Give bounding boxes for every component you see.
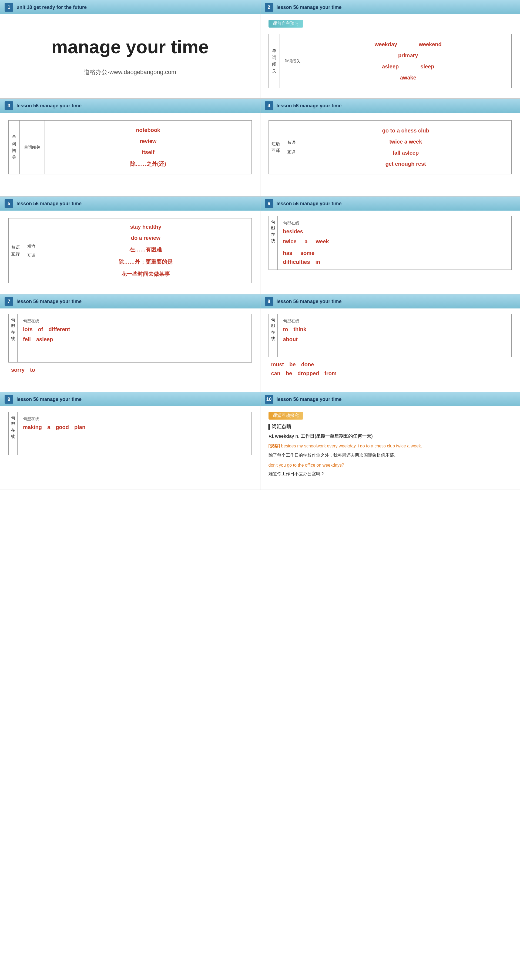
- sp8-to: to: [283, 326, 288, 332]
- sp8-can: can: [271, 371, 281, 377]
- p4-sublabel1: 短语: [287, 140, 295, 145]
- vocab-label-1: 单: [272, 48, 276, 54]
- cell-8-body: 句 型 在 线 句型在线 to think about: [260, 309, 520, 385]
- sp9-a: a: [47, 424, 50, 430]
- sp7-of: of: [38, 326, 43, 332]
- p4-phrase-3: fall asleep: [393, 150, 419, 156]
- sp7-l2: 型: [11, 324, 15, 329]
- cell-1: 1 unit 10 get ready for the future manag…: [0, 0, 260, 99]
- sp7-e-sorry: sorry: [11, 367, 25, 373]
- v3-sublabel: 单词闯关: [24, 145, 40, 150]
- sp8-think: think: [293, 326, 306, 332]
- sp-main-6: 句型在线 besides twice a week has some diff: [278, 216, 512, 269]
- sp9-l4: 线: [11, 434, 15, 439]
- sp-box-7: 句 型 在 线 句型在线 lots of different fell asle…: [8, 314, 252, 363]
- vocab-sidebar-3: 单 词 闯 关: [9, 121, 20, 174]
- sp7-row2: fell asleep: [23, 336, 246, 342]
- cell-4-body: 短语 互译 短语 互译 go to a chess club twice a w…: [260, 113, 520, 180]
- vocab-label-3: 闯: [272, 62, 276, 67]
- sp8-be: be: [289, 361, 295, 368]
- sp8-l3: 在: [271, 330, 275, 336]
- cell-10: 10 lesson 56 manage your time 课堂互动探究 ▌词汇…: [260, 392, 520, 490]
- main-title: manage your time: [51, 36, 209, 57]
- phrase-box-4: 短语 互译 短语 互译 go to a chess club twice a w…: [268, 120, 512, 174]
- sp7-row1: lots of different: [23, 326, 246, 332]
- cell-3: 3 lesson 56 manage your time 单 词 闯 关 单词闯…: [0, 99, 260, 196]
- cell-4-num: 4: [265, 101, 273, 110]
- sp6-word-twice: twice: [283, 239, 296, 245]
- p4-l2: 互译: [271, 148, 280, 154]
- cell-3-header: 3 lesson 56 manage your time: [0, 99, 260, 113]
- vocab-box-3: 单 词 闯 关 单词闯关 notebook review itse: [8, 120, 252, 174]
- sp6-e-has: has: [283, 250, 292, 256]
- sp-box-8: 句 型 在 线 句型在线 to think about: [268, 314, 512, 357]
- sp8-l1: 句: [271, 317, 275, 323]
- p5-phrase-5: 花一些时间去做某事: [121, 270, 170, 278]
- sp9-making: making: [23, 424, 42, 430]
- cell-10-body: 课堂互动探究 ▌词汇点睛 ●1 weekday n. 工作日(星期一至星期五的任…: [260, 406, 520, 482]
- cell-3-body: 单 词 闯 关 单词闯关 notebook review itse: [0, 113, 260, 180]
- cell-1-header: 1 unit 10 get ready for the future: [0, 0, 260, 14]
- sp-sidebar-7: 句 型 在 线: [9, 314, 17, 362]
- sp7-l4: 线: [11, 336, 15, 342]
- sp6-l2: 型: [271, 226, 275, 231]
- cell-2-header: 2 lesson 56 manage your time: [260, 0, 520, 14]
- sp9-plan: plan: [74, 424, 86, 430]
- vocab-box-2: 单 词 闯 关 单词闯关 weekday weekend primary: [268, 34, 512, 88]
- v3-l2: 词: [12, 141, 16, 147]
- sp6-e-difficulties: difficulties: [283, 259, 310, 265]
- sp6-word-week: week: [316, 239, 329, 245]
- sp8-be2: be: [286, 371, 292, 377]
- sp-sidebar-9: 句 型 在 线: [9, 412, 17, 455]
- sp6-e-in: in: [315, 259, 320, 265]
- cell-5-header: 5 lesson 56 manage your time: [0, 197, 260, 211]
- cell-4-title: lesson 56 manage your time: [277, 103, 342, 109]
- cell-7-body: 句 型 在 线 句型在线 lots of different fell asle…: [0, 309, 260, 379]
- cell-1-title: unit 10 get ready for the future: [16, 5, 87, 10]
- cell-6: 6 lesson 56 manage your time 句 型 在 线 句型在…: [260, 196, 520, 294]
- sp8-must: must: [271, 361, 284, 368]
- sp9-row1: making a good plan: [23, 424, 246, 430]
- phrase-sidebar-5: 短语 互译: [9, 218, 23, 283]
- example1-zh: 除了每个工作日的学校作业之外，我每周还去两次国际象棋俱乐部。: [268, 452, 512, 459]
- cell-9-header: 9 lesson 56 manage your time: [0, 392, 260, 406]
- cell-2-body: 课前自主预习 单 词 闯 关 单词闯关 weekday weekend: [260, 14, 520, 94]
- cell-10-num: 10: [265, 395, 273, 404]
- p5-phrase-4: 除……外；更重要的是: [119, 258, 173, 266]
- p4-phrase-1: go to a chess club: [382, 127, 429, 134]
- vocab-word-weekday: weekday: [375, 41, 397, 48]
- sp6-row2: twice a week: [283, 239, 506, 245]
- vocab-label-4: 关: [272, 68, 276, 74]
- sp8-extra2: can be dropped from: [271, 371, 509, 377]
- vocab-label-2: 词: [272, 55, 276, 60]
- p4-sublabel2: 互译: [287, 150, 295, 155]
- cell-1-num: 1: [5, 3, 13, 12]
- example1-label: [观察]: [268, 444, 280, 448]
- sp8-extra: must be done can be dropped from: [268, 361, 512, 377]
- cell-4: 4 lesson 56 manage your time 短语 互译 短语 互译…: [260, 99, 520, 196]
- sp9-l2: 型: [11, 422, 15, 427]
- vocab-sublabel: 单词闯关: [284, 59, 300, 64]
- sp6-extra2: difficulties in: [283, 259, 506, 265]
- p4-phrase-2: twice a week: [389, 139, 422, 145]
- vocab-row-4: awake: [400, 75, 416, 81]
- sp7-asleep: asleep: [36, 336, 53, 342]
- sp6-row1: besides: [283, 228, 506, 235]
- p4-phrase-4: get enough rest: [385, 161, 426, 167]
- cell-8-header: 8 lesson 56 manage your time: [260, 294, 520, 309]
- cell-5-num: 5: [5, 199, 13, 208]
- sp8-l2: 型: [271, 324, 275, 329]
- vocab-row-2: primary: [398, 52, 418, 59]
- p4-l1: 短语: [271, 141, 280, 147]
- sp-main-8: 句型在线 to think about: [278, 314, 512, 357]
- sp-main-9: 句型在线 making a good plan: [17, 412, 252, 455]
- v3-row-1: notebook: [136, 127, 160, 133]
- vocab-main-2: weekday weekend primary asleep sleep awa…: [305, 34, 512, 88]
- vocab-word-sleep: sleep: [420, 64, 434, 70]
- sp6-l4: 线: [271, 238, 275, 244]
- p5-l2: 互译: [11, 251, 20, 257]
- phrase-main-4: go to a chess club twice a week fall asl…: [300, 121, 512, 174]
- sp-box-9: 句 型 在 线 句型在线 making a good plan: [8, 412, 252, 455]
- sp8-extra1: must be done: [271, 361, 509, 368]
- sp-sidebar-6: 句 型 在 线: [269, 216, 278, 269]
